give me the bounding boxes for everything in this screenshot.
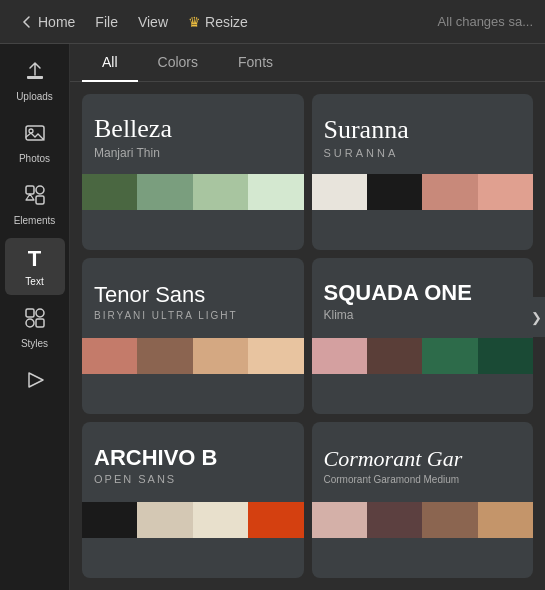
color-swatch-squada-one-2: [422, 338, 477, 374]
cards-grid: BellezaManjari ThinSurannaSURANNATenor S…: [70, 82, 545, 590]
collapse-icon: ❯: [531, 310, 542, 325]
card-subtitle-belleza: Manjari Thin: [94, 146, 292, 160]
color-swatch-squada-one-3: [478, 338, 533, 374]
color-swatch-suranna-0: [312, 174, 367, 210]
style-card-tenor-sans[interactable]: Tenor SansBIRYANI ULTRA LIGHT: [82, 258, 304, 414]
color-swatch-suranna-1: [367, 174, 422, 210]
style-card-suranna[interactable]: SurannaSURANNA: [312, 94, 534, 250]
card-colors-suranna: [312, 174, 534, 210]
color-swatch-suranna-3: [478, 174, 533, 210]
content-panel: All Colors Fonts BellezaManjari ThinSura…: [70, 44, 545, 590]
color-swatch-suranna-2: [422, 174, 477, 210]
color-swatch-archivo-0: [82, 502, 137, 538]
card-subtitle-archivo: OPEN SANS: [94, 473, 292, 485]
text-icon: T: [28, 246, 41, 272]
sidebar: Uploads Photos Elements: [0, 44, 70, 590]
elements-icon: [24, 184, 46, 211]
color-swatch-cormorant-0: [312, 502, 367, 538]
resize-label: Resize: [205, 14, 248, 30]
sidebar-item-photos[interactable]: Photos: [5, 114, 65, 172]
crown-icon: ♛: [188, 14, 201, 30]
color-swatch-cormorant-3: [478, 502, 533, 538]
card-text-area-archivo: ARCHIVO BOPEN SANS: [82, 422, 304, 502]
card-colors-archivo: [82, 502, 304, 538]
sidebar-item-text[interactable]: T Text: [5, 238, 65, 295]
card-title-squada-one: SQUADA ONE: [324, 280, 522, 306]
sidebar-photos-label: Photos: [19, 153, 50, 164]
color-swatch-tenor-sans-3: [248, 338, 303, 374]
content-wrapper: All Colors Fonts BellezaManjari ThinSura…: [70, 44, 545, 590]
collapse-button[interactable]: ❯: [527, 297, 545, 337]
sidebar-elements-label: Elements: [14, 215, 56, 226]
svg-rect-3: [26, 186, 34, 194]
card-subtitle-squada-one: Klima: [324, 308, 522, 322]
card-title-cormorant: Cormorant Gar: [324, 446, 522, 472]
color-swatch-squada-one-0: [312, 338, 367, 374]
svg-point-7: [36, 309, 44, 317]
svg-marker-10: [29, 373, 43, 387]
card-title-suranna: Suranna: [324, 115, 522, 145]
back-button[interactable]: Home: [12, 10, 83, 34]
video-icon: [24, 369, 46, 396]
card-colors-cormorant: [312, 502, 534, 538]
styles-icon: [24, 307, 46, 334]
tab-all[interactable]: All: [82, 44, 138, 82]
saved-status: All changes sa...: [438, 14, 533, 29]
card-title-belleza: Belleza: [94, 114, 292, 144]
color-swatch-belleza-2: [193, 174, 248, 210]
main-area: Uploads Photos Elements: [0, 44, 545, 590]
color-swatch-belleza-0: [82, 174, 137, 210]
sidebar-item-styles[interactable]: Styles: [5, 299, 65, 357]
card-subtitle-tenor-sans: BIRYANI ULTRA LIGHT: [94, 310, 292, 321]
svg-rect-6: [26, 309, 34, 317]
card-subtitle-cormorant: Cormorant Garamond Medium: [324, 474, 522, 485]
sidebar-item-uploads[interactable]: Uploads: [5, 52, 65, 110]
view-button[interactable]: View: [130, 10, 176, 34]
color-swatch-tenor-sans-1: [137, 338, 192, 374]
svg-rect-9: [36, 319, 44, 327]
style-card-squada-one[interactable]: SQUADA ONEKlima: [312, 258, 534, 414]
color-swatch-tenor-sans-2: [193, 338, 248, 374]
card-colors-belleza: [82, 174, 304, 210]
tab-colors[interactable]: Colors: [138, 44, 218, 82]
tab-fonts[interactable]: Fonts: [218, 44, 293, 82]
card-colors-tenor-sans: [82, 338, 304, 374]
file-button[interactable]: File: [87, 10, 126, 34]
sidebar-uploads-label: Uploads: [16, 91, 53, 102]
card-subtitle-suranna: SURANNA: [324, 147, 522, 159]
color-swatch-squada-one-1: [367, 338, 422, 374]
style-card-belleza[interactable]: BellezaManjari Thin: [82, 94, 304, 250]
sidebar-styles-label: Styles: [21, 338, 48, 349]
card-text-area-tenor-sans: Tenor SansBIRYANI ULTRA LIGHT: [82, 258, 304, 338]
tabs-header: All Colors Fonts: [70, 44, 545, 82]
svg-rect-4: [36, 186, 44, 194]
view-label: View: [138, 14, 168, 30]
top-nav: Home File View ♛ Resize All changes sa..…: [0, 0, 545, 44]
sidebar-item-elements[interactable]: Elements: [5, 176, 65, 234]
card-text-area-belleza: BellezaManjari Thin: [82, 94, 304, 174]
color-swatch-belleza-1: [137, 174, 192, 210]
file-label: File: [95, 14, 118, 30]
home-label: Home: [38, 14, 75, 30]
chevron-left-icon: [20, 15, 34, 29]
card-title-archivo: ARCHIVO B: [94, 445, 292, 471]
color-swatch-archivo-1: [137, 502, 192, 538]
color-swatch-archivo-2: [193, 502, 248, 538]
photos-icon: [24, 122, 46, 149]
color-swatch-tenor-sans-0: [82, 338, 137, 374]
card-text-area-cormorant: Cormorant GarCormorant Garamond Medium: [312, 422, 534, 502]
color-swatch-cormorant-1: [367, 502, 422, 538]
style-card-cormorant[interactable]: Cormorant GarCormorant Garamond Medium: [312, 422, 534, 578]
card-text-area-suranna: SurannaSURANNA: [312, 94, 534, 174]
color-swatch-cormorant-2: [422, 502, 477, 538]
style-card-archivo[interactable]: ARCHIVO BOPEN SANS: [82, 422, 304, 578]
resize-button[interactable]: ♛ Resize: [180, 10, 256, 34]
svg-point-8: [26, 319, 34, 327]
color-swatch-belleza-3: [248, 174, 303, 210]
upload-icon: [24, 60, 46, 87]
sidebar-text-label: Text: [25, 276, 43, 287]
card-title-tenor-sans: Tenor Sans: [94, 282, 292, 308]
sidebar-item-video[interactable]: [5, 361, 65, 408]
color-swatch-archivo-3: [248, 502, 303, 538]
card-colors-squada-one: [312, 338, 534, 374]
